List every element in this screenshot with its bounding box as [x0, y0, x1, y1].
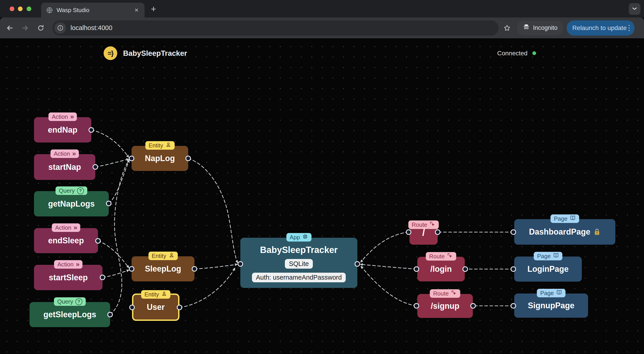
app-pill: SQLite	[285, 259, 313, 269]
node-endSleep[interactable]: Action»endSleep	[34, 228, 98, 253]
badge-label: Page	[537, 253, 551, 260]
node-App[interactable]: AppBabySleepTrackerSQLiteAuth: usernameA…	[240, 238, 357, 288]
book-icon	[556, 289, 562, 297]
badge-label: Action	[54, 150, 70, 157]
node-title: NapLog	[145, 154, 175, 163]
app-pill: Auth: usernameAndPassword	[252, 273, 346, 282]
double-chevron-icon: »	[70, 113, 74, 120]
node-title: LoginPage	[528, 264, 568, 274]
badge-query: Query?	[56, 187, 87, 195]
person-icon	[161, 291, 167, 298]
person-icon	[165, 142, 171, 149]
double-chevron-icon: »	[76, 261, 79, 268]
chip-icon	[302, 234, 308, 241]
badge-action: Action»	[48, 112, 77, 121]
question-icon: ?	[77, 187, 84, 194]
node-startSleep[interactable]: Action»startSleep	[34, 265, 102, 290]
badge-page: Page	[550, 214, 579, 223]
node-title: startNap	[48, 162, 81, 172]
badge-action: Action»	[50, 149, 79, 158]
badge-page: Page	[537, 289, 566, 297]
node-endNap[interactable]: Action»endNap	[34, 117, 91, 142]
badge-label: Query	[57, 298, 73, 305]
node-SignupPage[interactable]: PageSignupPage	[514, 293, 588, 318]
badge-label: Action	[58, 261, 74, 268]
badge-label: Page	[554, 215, 568, 222]
badge-label: Route	[433, 290, 449, 297]
node-RouteSignup[interactable]: Route/signup	[417, 294, 473, 318]
badge-entity: Entity	[148, 252, 178, 260]
node-NapLog[interactable]: EntityNapLog	[132, 146, 188, 171]
badge-app: App	[286, 233, 311, 242]
badge-action: Action»	[54, 260, 82, 269]
node-getNapLogs[interactable]: Query?getNapLogs	[34, 191, 109, 217]
badge-entity: Entity	[141, 290, 170, 299]
badge-route: Route	[430, 289, 460, 298]
node-title: /signup	[431, 301, 460, 311]
nodes-layer: Action»endNapAction»startNapQuery?getNap…	[0, 0, 644, 354]
cursor-click-icon	[447, 253, 453, 260]
badge-label: Route	[429, 253, 444, 260]
node-title: /login	[430, 264, 452, 274]
node-title: startSleep	[49, 273, 88, 282]
badge-label: Entity	[148, 142, 163, 149]
node-LoginPage[interactable]: PageLoginPage	[514, 257, 582, 282]
badge-label: Page	[540, 290, 554, 297]
book-icon	[570, 215, 576, 223]
node-DashboardPage[interactable]: PageDashboardPage	[514, 219, 615, 245]
node-RouteLogin[interactable]: Route/login	[417, 257, 465, 281]
cursor-click-icon	[451, 290, 457, 297]
badge-route: Route	[426, 252, 456, 261]
badge-entity: Entity	[145, 141, 174, 150]
node-title: getNapLogs	[48, 199, 95, 209]
badge-label: Entity	[144, 291, 159, 298]
node-title: endNap	[48, 125, 78, 135]
node-title: SignupPage	[528, 301, 574, 310]
double-chevron-icon: »	[72, 150, 76, 157]
badge-action: Action»	[52, 223, 80, 232]
book-icon	[553, 252, 559, 260]
badge-label: App	[290, 234, 300, 241]
node-title: User	[147, 302, 165, 312]
person-icon	[168, 252, 174, 260]
node-title: SleepLog	[145, 264, 181, 274]
node-title: BabySleepTracker	[260, 245, 338, 255]
badge-page: Page	[534, 252, 562, 260]
node-title: endSleep	[48, 236, 84, 245]
lock-icon	[594, 228, 600, 236]
node-RouteRoot[interactable]: Route/	[410, 225, 438, 245]
question-icon: ?	[76, 298, 82, 305]
badge-query: Query?	[54, 297, 86, 306]
badge-label: Query	[59, 187, 75, 194]
node-User[interactable]: EntityUser	[132, 293, 180, 321]
badge-label: Entity	[152, 253, 166, 259]
node-getSleepLogs[interactable]: Query?getSleepLogs	[30, 302, 110, 327]
badge-label: Action	[55, 224, 72, 231]
node-title: getSleepLogs	[44, 310, 96, 319]
node-SleepLog[interactable]: EntitySleepLog	[132, 256, 194, 281]
badge-label: Action	[52, 113, 68, 120]
node-startNap[interactable]: Action»startNap	[34, 154, 95, 180]
node-title: DashboardPage	[529, 227, 600, 237]
node-title: /	[422, 227, 425, 238]
double-chevron-icon: »	[74, 224, 77, 231]
cursor-click-icon	[430, 221, 436, 229]
